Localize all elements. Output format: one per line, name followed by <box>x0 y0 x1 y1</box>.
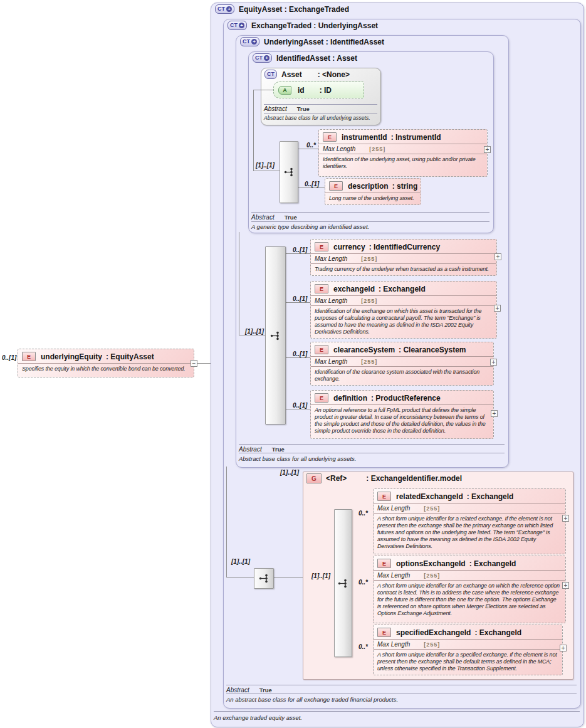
element-header[interactable]: E clearanceSystem : ClearanceSystem <box>315 344 489 356</box>
element-clearanceSystem[interactable]: E clearanceSystem : ClearanceSystem Max … <box>310 342 494 386</box>
facet-value: [255] <box>369 146 385 152</box>
element-doc: Identification of the clearance system a… <box>315 367 489 383</box>
header-underlying-asset: CT+ UnderlyingAsset : IdentifiedAsset <box>240 37 384 46</box>
element-currency[interactable]: E currency : IdentifiedCurrency Max Leng… <box>310 239 497 276</box>
header-identified-asset: CT+ IdentifiedAsset : Asset <box>253 53 357 63</box>
expand-icon: + <box>264 55 269 61</box>
element-optionsExchangeId[interactable]: E optionsExchangeId : ExchangeId Max Len… <box>373 556 566 623</box>
element-header[interactable]: E currency : IdentifiedCurrency <box>315 241 493 253</box>
element-header[interactable]: E optionsExchangeId : ExchangeId <box>377 557 562 570</box>
connector-line <box>253 90 273 90</box>
complex-type-icon[interactable]: CT <box>264 70 277 79</box>
element-definition[interactable]: E definition : ProductReference An optio… <box>310 390 494 439</box>
sequence-connector[interactable] <box>265 246 286 425</box>
collapse-button[interactable]: − <box>191 360 197 367</box>
facet-label: Max Length <box>315 255 347 262</box>
element-header[interactable]: E definition : ProductReference <box>315 392 489 404</box>
sequence-icon <box>284 167 295 177</box>
sequence-connector[interactable] <box>254 568 274 589</box>
abstract-label: Abstract <box>239 446 262 453</box>
sequence-connector[interactable] <box>334 509 352 657</box>
facet-value: [255] <box>424 505 440 512</box>
complex-type-icon[interactable]: CT+ <box>253 53 272 63</box>
attribute-id[interactable]: A id : ID <box>273 82 364 98</box>
element-name: definition <box>333 394 367 403</box>
element-name: exchangeId <box>333 285 375 293</box>
element-icon: E <box>377 492 391 501</box>
facet-row: Max Length [255] <box>315 357 489 366</box>
facet-value: [255] <box>361 256 377 262</box>
abstract-label: Abstract <box>226 687 249 694</box>
ct-base-type: : <None> <box>318 70 350 79</box>
complex-type-icon[interactable]: CT+ <box>240 37 259 46</box>
element-icon: E <box>377 628 391 637</box>
facet-row: Max Length [255] <box>377 640 558 649</box>
expand-icon: + <box>239 23 244 28</box>
element-relatedExchangeId[interactable]: E relatedExchangeId : ExchangeId Max Len… <box>373 488 566 554</box>
expand-button[interactable]: + <box>490 359 497 366</box>
element-header[interactable]: E relatedExchangeId : ExchangeId <box>377 490 562 503</box>
group-name: <Ref> <box>326 474 347 483</box>
expand-button[interactable]: + <box>560 645 567 652</box>
divider <box>251 212 489 213</box>
element-doc: An optional reference to a full FpML pro… <box>315 405 489 435</box>
expand-button[interactable]: + <box>562 515 569 522</box>
element-header[interactable]: E exchangeId : ExchangeId <box>315 283 493 295</box>
element-doc: Identification of the underlying asset, … <box>323 154 483 171</box>
ct-doc: A generic type describing an identified … <box>251 223 369 230</box>
element-type: : ClearanceSystem <box>399 346 466 354</box>
connector-line <box>239 232 239 335</box>
sequence-connector[interactable] <box>280 141 298 203</box>
abstract-value: True <box>297 105 310 112</box>
element-header[interactable]: E underlyingEquity : EquityAsset <box>22 351 190 363</box>
abstract-row: Abstract True <box>251 214 297 221</box>
ct-title: IdentifiedAsset : Asset <box>276 54 357 63</box>
abstract-label: Abstract <box>264 105 287 112</box>
header-exchange-traded: CT+ ExchangeTraded : UnderlyingAsset <box>228 21 378 30</box>
abstract-value: True <box>272 446 285 453</box>
cardinality-label: [1]..[1] <box>280 469 299 476</box>
header-equity-asset: CT+ EquityAsset : ExchangeTraded <box>215 4 349 14</box>
divider <box>251 221 489 222</box>
element-header[interactable]: E instrumentId : InstrumentId <box>323 131 483 144</box>
connector-line <box>226 577 254 578</box>
cardinality-label: 0..* <box>306 142 316 149</box>
element-type: : InstrumentId <box>391 133 441 142</box>
element-doc: Identification of the exchange on which … <box>315 306 493 336</box>
group-icon: G <box>306 473 322 483</box>
element-description[interactable]: E description : string Long name of the … <box>325 178 421 205</box>
facet-value: [255] <box>361 298 377 304</box>
expand-button[interactable]: + <box>484 146 491 153</box>
element-header[interactable]: E specifiedExchangeId : ExchangeId <box>377 626 558 639</box>
element-header[interactable]: E description : string <box>329 180 417 193</box>
ct-doc: Abstract base class for all underlying a… <box>239 455 356 462</box>
element-underlyingEquity[interactable]: E underlyingEquity : EquityAsset Specifi… <box>18 349 194 377</box>
divider <box>264 104 377 105</box>
complex-type-icon[interactable]: CT+ <box>215 4 234 14</box>
element-icon: E <box>315 345 328 354</box>
connector-line <box>239 335 265 335</box>
element-instrumentId[interactable]: E instrumentId : InstrumentId Max Length… <box>318 129 488 177</box>
abstract-label: Abstract <box>251 214 275 221</box>
cardinality-label: 0..[1] <box>293 246 307 253</box>
abstract-row: Abstract True <box>239 446 285 453</box>
cardinality-label: [1]..[1] <box>311 572 330 579</box>
facet-row: Max Length [255] <box>315 296 493 305</box>
expand-button[interactable]: + <box>562 582 569 589</box>
element-type: : ExchangeId <box>379 285 426 293</box>
expand-button[interactable]: + <box>494 305 501 312</box>
complex-type-icon[interactable]: CT+ <box>228 21 247 30</box>
cardinality-label: 0..[1] <box>2 354 16 361</box>
facet-label: Max Length <box>377 572 410 579</box>
element-specifiedExchangeId[interactable]: E specifiedExchangeId : ExchangeId Max L… <box>373 625 563 675</box>
expand-icon: + <box>251 39 257 45</box>
facet-label: Max Length <box>377 641 410 648</box>
facet-row: Max Length [255] <box>377 571 562 580</box>
abstract-row: Abstract True <box>226 687 272 694</box>
expand-button[interactable]: + <box>494 253 501 260</box>
ct-letters: CT <box>243 38 250 46</box>
expand-button[interactable]: + <box>491 410 498 417</box>
element-doc: A short form unique identifier for a rel… <box>377 514 562 551</box>
element-exchangeId[interactable]: E exchangeId : ExchangeId Max Length [25… <box>310 281 497 339</box>
connector-line <box>285 357 310 358</box>
